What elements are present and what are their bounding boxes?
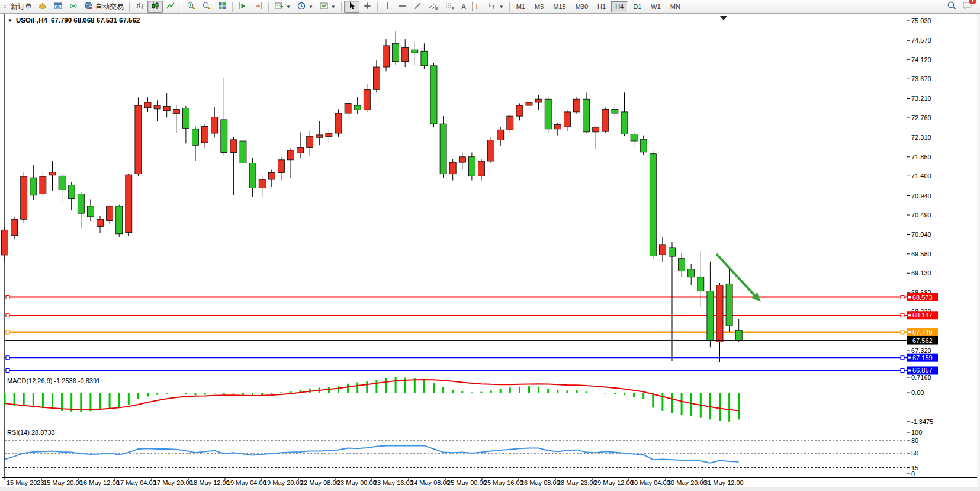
svg-text:25 May 00:00: 25 May 00:00 bbox=[447, 479, 487, 486]
arrows-tool-button[interactable]: ▼ bbox=[484, 1, 507, 13]
timeframe-H4[interactable]: H4 bbox=[611, 1, 628, 12]
cursor-button[interactable] bbox=[344, 1, 359, 13]
svg-text:E: E bbox=[435, 7, 438, 11]
price-list-button[interactable] bbox=[35, 1, 50, 13]
svg-text:66.857: 66.857 bbox=[912, 367, 933, 374]
svg-text:50: 50 bbox=[911, 450, 918, 457]
svg-text:74.120: 74.120 bbox=[911, 56, 931, 63]
svg-text:31 May 12:00: 31 May 12:00 bbox=[704, 479, 744, 486]
equidistant-channel-button[interactable]: E bbox=[425, 1, 442, 13]
timeframe-D1[interactable]: D1 bbox=[629, 1, 645, 12]
bar-chart-button[interactable] bbox=[132, 1, 147, 13]
timeframe-MN[interactable]: MN bbox=[666, 1, 685, 12]
clock-icon bbox=[297, 1, 306, 12]
zoom-out-icon bbox=[202, 1, 211, 12]
zoom-out-button[interactable] bbox=[199, 1, 214, 13]
new-chart-icon bbox=[274, 1, 284, 12]
auto-trading-label: 自动交易 bbox=[95, 2, 124, 12]
timeframe-M30[interactable]: M30 bbox=[571, 1, 592, 12]
text-tool-icon: A bbox=[461, 2, 467, 11]
svg-text:73.670: 73.670 bbox=[911, 75, 931, 82]
svg-text:19 May 04:00: 19 May 04:00 bbox=[227, 479, 266, 486]
broadcast-button[interactable] bbox=[66, 1, 81, 13]
macd-label: MACD(12,26,9) -1.2536 -0.8391 bbox=[7, 377, 100, 384]
rsi-value: 28.8733 bbox=[31, 429, 55, 436]
toolbar-separator bbox=[232, 2, 233, 12]
svg-text:15 May 2023: 15 May 2023 bbox=[7, 479, 44, 486]
svg-text:69.130: 69.130 bbox=[911, 269, 931, 277]
svg-text:25 May 16:00: 25 May 16:00 bbox=[484, 479, 523, 486]
market-watch-icon bbox=[53, 1, 63, 12]
horizontal-line-button[interactable] bbox=[394, 1, 410, 13]
new-order-button[interactable]: 新订单 bbox=[8, 1, 35, 13]
timeframe-M1[interactable]: M1 bbox=[512, 1, 529, 12]
svg-text:70.940: 70.940 bbox=[911, 192, 931, 200]
new-order-label: 新订单 bbox=[11, 2, 32, 12]
timeframe-M15[interactable]: M15 bbox=[549, 1, 570, 12]
svg-text:24 May 08:00: 24 May 08:00 bbox=[410, 479, 450, 486]
svg-text:30 May 20:00: 30 May 20:00 bbox=[667, 479, 707, 486]
chevron-down-icon: ▼ bbox=[331, 4, 336, 9]
toolbar-separator bbox=[509, 2, 510, 12]
notifications-button[interactable]: 1 bbox=[962, 1, 973, 12]
chart-shift-icon bbox=[253, 1, 263, 12]
svg-text:0.7168: 0.7168 bbox=[911, 374, 931, 381]
timeframe-M5[interactable]: M5 bbox=[531, 1, 548, 12]
search-icon[interactable] bbox=[947, 1, 957, 13]
text-label-button[interactable]: T bbox=[469, 1, 484, 13]
trendline-button[interactable] bbox=[410, 1, 425, 13]
svg-text:17 May 04:00: 17 May 04:00 bbox=[117, 479, 156, 486]
rsi-name: RSI(14) bbox=[7, 429, 30, 436]
broadcast-icon bbox=[69, 1, 78, 12]
chevron-down-icon: ▼ bbox=[309, 4, 313, 9]
periodicity-button[interactable]: ▼ bbox=[294, 1, 316, 13]
candlestick-chart-button[interactable] bbox=[147, 1, 163, 13]
crosshair-icon bbox=[362, 1, 372, 12]
crosshair-button[interactable] bbox=[359, 1, 375, 13]
symbol-dropdown-icon[interactable]: ▼ bbox=[8, 18, 12, 23]
market-watch-button[interactable] bbox=[50, 1, 66, 13]
text-label-icon: T bbox=[472, 2, 481, 11]
auto-scroll-icon bbox=[238, 1, 248, 12]
zoom-in-button[interactable] bbox=[184, 1, 199, 13]
svg-text:23 May 00:00: 23 May 00:00 bbox=[337, 479, 377, 486]
svg-text:F: F bbox=[452, 7, 454, 11]
chart-shift-button[interactable] bbox=[250, 1, 266, 13]
price-chart-canvas[interactable]: 75.03074.57074.12073.67073.21072.76072.3… bbox=[0, 0, 980, 491]
bar-chart-icon bbox=[135, 1, 144, 12]
toolbar-separator bbox=[129, 2, 130, 12]
svg-text:67.562: 67.562 bbox=[912, 337, 933, 344]
svg-text:19 May 20:00: 19 May 20:00 bbox=[264, 479, 303, 486]
svg-text:68.147: 68.147 bbox=[912, 312, 933, 319]
toolbar-grip[interactable] bbox=[4, 2, 6, 11]
svg-text:-1.3475: -1.3475 bbox=[911, 418, 933, 425]
cursor-icon bbox=[347, 1, 356, 12]
macd-values: -1.2536 -0.8391 bbox=[54, 377, 100, 384]
fibonacci-button[interactable]: F bbox=[442, 1, 458, 13]
arrows-tool-icon bbox=[487, 1, 497, 12]
timeframe-H1[interactable]: H1 bbox=[593, 1, 610, 12]
new-chart-button[interactable]: ▼ bbox=[271, 1, 294, 13]
timeframe-W1[interactable]: W1 bbox=[647, 1, 665, 12]
auto-trading-button[interactable]: 自动交易 bbox=[81, 1, 127, 13]
rsi-label: RSI(14) 28.8733 bbox=[7, 429, 55, 436]
trendline-icon bbox=[413, 1, 422, 12]
toolbar-separator bbox=[341, 2, 342, 12]
svg-text:29 May 12:00: 29 May 12:00 bbox=[594, 479, 634, 486]
toolbar-separator bbox=[377, 2, 378, 12]
auto-scroll-button[interactable] bbox=[235, 1, 250, 13]
svg-text:71.400: 71.400 bbox=[911, 172, 931, 179]
vertical-line-button[interactable] bbox=[380, 1, 394, 13]
line-chart-button[interactable] bbox=[163, 1, 178, 13]
svg-text:70.040: 70.040 bbox=[911, 231, 931, 238]
zoom-in-icon bbox=[187, 1, 196, 12]
svg-text:72.760: 72.760 bbox=[911, 114, 931, 121]
svg-text:0.00: 0.00 bbox=[911, 389, 924, 396]
svg-text:74.570: 74.570 bbox=[911, 37, 931, 44]
template-button[interactable]: ▼ bbox=[316, 1, 339, 13]
chevron-down-icon: ▼ bbox=[499, 4, 504, 9]
tile-windows-button[interactable] bbox=[214, 1, 230, 13]
svg-text:17 May 20:00: 17 May 20:00 bbox=[153, 479, 193, 486]
candlestick-chart-icon bbox=[150, 1, 160, 12]
text-tool-button[interactable]: A bbox=[458, 1, 470, 13]
